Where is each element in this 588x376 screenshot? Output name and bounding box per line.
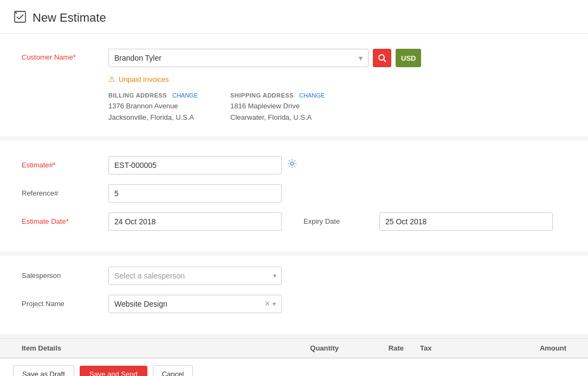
customer-name-row: Customer Name* Brandon Tyler ▾ USD [22, 49, 566, 67]
billing-address-label: BILLING ADDRESS [108, 92, 167, 99]
project-label: Project Name [22, 300, 108, 308]
col-tax-header: Tax [415, 344, 501, 352]
customer-select[interactable]: Brandon Tyler ▾ [108, 49, 369, 67]
project-select[interactable]: Website Design ✕ ▾ [108, 295, 282, 313]
shipping-label-row: SHIPPING ADDRESS CHANGE [230, 92, 325, 99]
search-button[interactable] [373, 49, 391, 67]
shipping-change-link[interactable]: CHANGE [299, 92, 325, 99]
col-amount-header: Amount [501, 344, 588, 352]
estimate-number-input[interactable] [108, 156, 282, 174]
cancel-button[interactable]: Cancel [153, 365, 193, 376]
project-row: Project Name Website Design ✕ ▾ [22, 295, 566, 313]
svg-point-2 [379, 55, 384, 60]
shipping-line1: 1816 Mapleview Drive [230, 101, 325, 112]
salesperson-section: Salesperson Select a salesperson ▾ Proje… [0, 256, 588, 338]
save-send-button[interactable]: Save and Send [80, 366, 147, 376]
reference-input[interactable] [108, 184, 282, 203]
customer-controls: Brandon Tyler ▾ USD [108, 49, 566, 67]
address-section: BILLING ADDRESS CHANGE 1376 Brannon Aven… [108, 92, 566, 124]
settings-icon[interactable] [287, 159, 297, 171]
salesperson-select[interactable]: Select a salesperson [108, 267, 282, 285]
col-qty-header: Quantity [274, 344, 350, 352]
billing-line1: 1376 Brannon Avenue [108, 101, 198, 112]
table-section: Item Details Quantity Rate Tax Amount [0, 338, 588, 358]
estimate-number-row: Estimate#* [22, 156, 566, 174]
svg-line-3 [384, 60, 386, 62]
details-section: Estimate#* Reference# Estimate Date* Ex [0, 141, 588, 256]
salesperson-row: Salesperson Select a salesperson ▾ [22, 267, 566, 285]
page-title: New Estimate [33, 11, 106, 25]
salesperson-label: Salesperson [22, 271, 108, 280]
date-row: Estimate Date* Expiry Date [22, 212, 566, 231]
table-header: Item Details Quantity Rate Tax Amount [0, 338, 588, 358]
main-content: Customer Name* Brandon Tyler ▾ USD [0, 34, 588, 358]
customer-section: Customer Name* Brandon Tyler ▾ USD [0, 34, 588, 141]
unpaid-invoices-link[interactable]: Unpaid Invoices [119, 75, 169, 83]
billing-label-row: BILLING ADDRESS CHANGE [108, 92, 198, 99]
save-draft-button[interactable]: Save as Draft [13, 365, 74, 376]
shipping-address-label: SHIPPING ADDRESS [230, 92, 294, 99]
estimate-icon [13, 10, 27, 25]
salesperson-select-wrapper[interactable]: Select a salesperson ▾ [108, 267, 282, 285]
unpaid-invoices-row: ⚠ Unpaid Invoices [108, 75, 566, 83]
search-icon [378, 54, 386, 62]
estimate-date-label: Estimate Date* [22, 217, 108, 225]
expiry-date-input[interactable] [379, 212, 553, 231]
currency-button[interactable]: USD [396, 49, 421, 67]
reference-row: Reference# [22, 184, 566, 203]
expiry-date-label: Expiry Date [303, 217, 379, 225]
page-footer: Save as Draft Save and Send Cancel [0, 358, 588, 376]
project-chevron-icon: ▾ [273, 300, 276, 308]
clear-icon[interactable]: ✕ [264, 300, 270, 308]
customer-name-value: Brandon Tyler [114, 54, 161, 62]
page-header: New Estimate [0, 0, 588, 34]
shipping-address-block: SHIPPING ADDRESS CHANGE 1816 Mapleview D… [230, 92, 325, 124]
estimate-number-label: Estimate#* [22, 161, 108, 169]
project-value: Website Design [114, 300, 167, 308]
shipping-line2: Clearwater, Florida, U.S.A [230, 112, 325, 124]
col-item-header: Item Details [0, 344, 274, 352]
billing-address-block: BILLING ADDRESS CHANGE 1376 Brannon Aven… [108, 92, 198, 124]
estimate-date-input[interactable] [108, 212, 282, 231]
col-rate-header: Rate [350, 344, 415, 352]
billing-line2: Jacksonville, Florida, U.S.A [108, 112, 198, 124]
chevron-down-icon: ▾ [359, 54, 363, 62]
billing-change-link[interactable]: CHANGE [172, 92, 198, 99]
customer-name-label: Customer Name* [22, 49, 108, 61]
warning-icon: ⚠ [108, 75, 115, 83]
svg-point-4 [290, 162, 294, 165]
reference-label: Reference# [22, 189, 108, 197]
